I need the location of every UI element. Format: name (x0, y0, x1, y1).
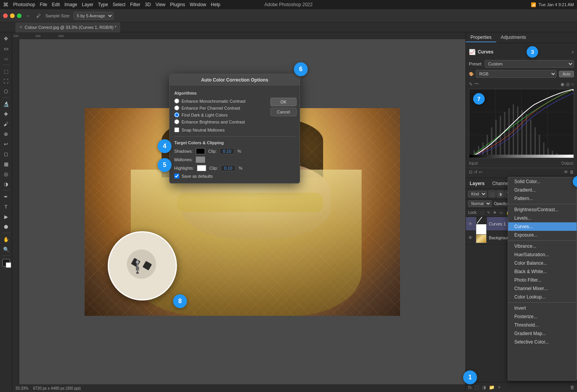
eraser-tool[interactable]: ◻ (1, 149, 11, 158)
menu-photoshop[interactable]: Photoshop (13, 2, 35, 7)
highlights-swatch[interactable] (197, 165, 206, 171)
shadows-clip-input[interactable] (220, 148, 234, 154)
midtones-swatch[interactable] (196, 157, 205, 163)
clone-tool[interactable]: ⊕ (1, 129, 11, 138)
pen-tool[interactable]: ✒ (1, 192, 11, 201)
brush-tool[interactable]: 🖌 (1, 119, 11, 128)
crop-tool[interactable]: ⛶ (1, 77, 11, 86)
blur-tool[interactable]: ◎ (1, 169, 11, 178)
move-tool[interactable]: ✥ (1, 34, 11, 43)
sample-white-icon[interactable]: ○ (571, 82, 574, 87)
tab-close-icon[interactable]: ✕ (19, 25, 22, 29)
menu-selective-color[interactable]: Selective Color... (508, 338, 577, 346)
gradient-tool[interactable]: ▦ (1, 159, 11, 168)
heal-tool[interactable]: ✚ (1, 109, 11, 118)
selection-tool[interactable]: ▭ (1, 44, 11, 53)
lock-position-icon[interactable]: ✥ (493, 210, 496, 215)
visibility-icon[interactable]: 👁 (564, 170, 568, 175)
layer-mask-curves1[interactable] (476, 224, 487, 235)
menu-photo-filter[interactable]: Photo Filter... (508, 276, 577, 284)
tab-adjustments[interactable]: Adjustments (496, 33, 531, 42)
history-brush-tool[interactable]: ↩ (1, 139, 11, 148)
reset-icon[interactable]: ↺ (474, 170, 477, 175)
menu-invert[interactable]: Invert (508, 304, 577, 312)
snap-neutral-checkbox[interactable] (174, 127, 179, 132)
menu-black-white[interactable]: Black & White... (508, 267, 577, 276)
menu-layer[interactable]: Layer (82, 2, 93, 7)
undo-icon[interactable]: ↩ (479, 170, 482, 175)
save-defaults-checkbox[interactable] (174, 173, 179, 178)
menu-channel-mixer[interactable]: Channel Mixer... (508, 284, 577, 293)
menu-posterize[interactable]: Posterize... (508, 312, 577, 321)
maximize-button[interactable] (17, 13, 22, 18)
eyedropper-tool[interactable]: 🖊 (35, 13, 42, 19)
kind-filter-select[interactable]: Kind (468, 191, 487, 197)
radio-per-channel-input[interactable] (174, 105, 179, 110)
highlights-clip-input[interactable] (221, 165, 235, 171)
delete-adjustment-icon[interactable]: 🗑 (570, 170, 574, 175)
menu-filter[interactable]: Filter (130, 2, 140, 7)
menu-pattern[interactable]: Pattern... (508, 194, 577, 203)
menu-brightness-contrast[interactable]: Brightness/Contrast... (508, 205, 577, 214)
menu-solid-color[interactable]: Solid Color... (508, 177, 577, 186)
lock-image-icon[interactable]: ✎ (487, 210, 490, 215)
frame-tool[interactable]: ⬡ (1, 87, 11, 96)
menu-image[interactable]: Image (64, 2, 77, 7)
layer-fx-button[interactable]: fx (468, 385, 472, 390)
radio-brightness-input[interactable] (174, 119, 179, 124)
path-select-tool[interactable]: ▶ (1, 212, 11, 221)
draw-curve-icon[interactable]: ✎ (469, 82, 473, 87)
zoom-tool[interactable]: 🔍 (1, 245, 11, 254)
shadows-swatch[interactable] (196, 148, 205, 154)
layer-eye-curves1[interactable]: 👁 (468, 221, 474, 227)
cancel-button[interactable]: Cancel (270, 108, 297, 116)
radio-find-dark-light-input[interactable] (174, 112, 179, 117)
layer-mask-button[interactable]: ⬚ (475, 385, 479, 390)
menu-gradient-map[interactable]: Gradient Map... (508, 329, 577, 338)
menu-window[interactable]: Window (190, 2, 206, 7)
menu-file[interactable]: File (40, 2, 47, 7)
menu-3d[interactable]: 3D (145, 2, 151, 7)
preset-select[interactable]: Custom (485, 60, 574, 68)
tab-layers[interactable]: Layers (466, 179, 489, 188)
menu-exposure[interactable]: Exposure... (508, 231, 577, 239)
sample-black-icon[interactable]: ◉ (560, 82, 564, 87)
curves-options-icon[interactable]: ≡ (572, 50, 574, 54)
new-group-button[interactable]: 📁 (489, 385, 495, 390)
ok-button[interactable]: OK (270, 98, 297, 106)
lock-artboard-icon[interactable]: ▭ (499, 210, 503, 215)
lock-transparent-icon[interactable]: ⬚ (480, 210, 484, 215)
apple-icon[interactable]: ⌘ (3, 2, 8, 8)
eyedropper-tool-left[interactable]: 🔬 (1, 99, 11, 108)
new-adjustment-button[interactable]: ◑ 1 (482, 385, 486, 390)
menu-color-balance[interactable]: Color Balance... (508, 259, 577, 267)
menu-threshold[interactable]: Threshold... (508, 321, 577, 329)
menu-view[interactable]: View (155, 2, 165, 7)
layer-eye-background[interactable]: 👁 (468, 235, 474, 240)
menu-hue-saturation[interactable]: Hue/Saturation... (508, 250, 577, 259)
file-tab[interactable]: ✕ Colour Correct.jpg @ 33.3% (Curves 1, … (15, 22, 121, 32)
point-curve-icon[interactable]: ⊡ (469, 170, 472, 175)
delete-layer-button[interactable]: 🗑 (570, 385, 575, 390)
menu-edit[interactable]: Edit (52, 2, 60, 7)
shape-tool[interactable]: ⬟ (1, 222, 11, 231)
menu-type[interactable]: Type (98, 2, 108, 7)
back-button[interactable]: ← (25, 13, 32, 19)
sample-gray-icon[interactable]: ◎ (566, 82, 570, 87)
menu-help[interactable]: Help (211, 2, 220, 7)
menu-vibrance[interactable]: Vibrance... (508, 242, 577, 250)
text-tool[interactable]: T (1, 202, 11, 211)
blend-mode-select[interactable]: Normal (468, 200, 492, 207)
foreground-color[interactable] (2, 259, 10, 267)
smooth-curve-icon[interactable]: 〜 (474, 81, 479, 87)
close-button[interactable] (3, 13, 8, 18)
pixel-filter-btn[interactable]: ⬚ (489, 190, 495, 197)
dodge-tool[interactable]: ◑ (1, 179, 11, 188)
auto-button[interactable]: Auto (559, 71, 574, 77)
hand-tool[interactable]: ✋ (1, 235, 11, 244)
new-layer-button[interactable]: + (498, 385, 500, 390)
menu-levels[interactable]: Levels... (508, 214, 577, 222)
menu-curves[interactable]: Curves... 2 (508, 222, 577, 231)
adjustment-filter-btn[interactable]: ◑ (497, 190, 504, 197)
minimize-button[interactable] (10, 13, 15, 18)
